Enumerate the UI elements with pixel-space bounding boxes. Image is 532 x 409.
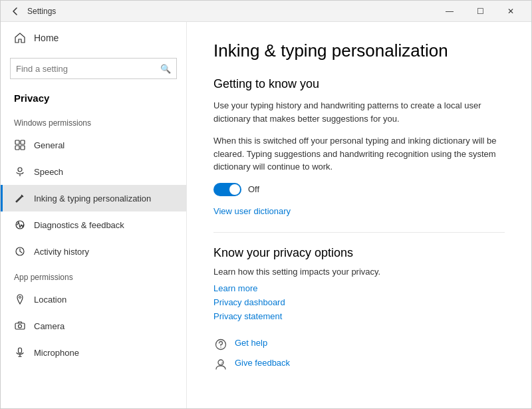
sidebar-item-activity[interactable]: Activity history xyxy=(1,238,186,265)
maximize-button[interactable]: ☐ xyxy=(465,1,495,22)
svg-point-15 xyxy=(220,346,221,347)
separator xyxy=(213,232,505,233)
svg-rect-3 xyxy=(21,146,25,150)
inking-icon xyxy=(14,192,26,204)
sidebar-item-inking[interactable]: Inking & typing personalization xyxy=(1,185,186,211)
windows-permissions-label: Windows permissions xyxy=(1,110,186,132)
close-button[interactable]: ✕ xyxy=(495,1,526,22)
home-label: Home xyxy=(34,33,59,43)
description2: When this is switched off your personal … xyxy=(213,134,505,174)
content-panel: Inking & typing personalization Getting … xyxy=(187,22,531,408)
search-box[interactable]: 🔍 xyxy=(10,58,177,79)
help-section: Get help Give feedback xyxy=(213,337,505,372)
sidebar-item-microphone[interactable]: Microphone xyxy=(1,339,186,366)
privacy-dashboard-link[interactable]: Privacy dashboard xyxy=(213,297,505,307)
back-button[interactable] xyxy=(6,2,25,21)
toggle-label: Off xyxy=(248,184,259,194)
section1-title: Getting to know you xyxy=(213,77,505,91)
microphone-icon xyxy=(14,346,26,358)
camera-icon xyxy=(14,320,26,332)
general-label: General xyxy=(34,140,65,150)
camera-label: Camera xyxy=(34,321,65,331)
get-help-item[interactable]: Get help xyxy=(213,337,505,352)
sidebar-item-general[interactable]: General xyxy=(1,132,186,158)
app-permissions-label: App permissions xyxy=(1,265,186,286)
titlebar-controls: — ☐ ✕ xyxy=(434,1,526,22)
location-label: Location xyxy=(34,295,66,305)
search-icon: 🔍 xyxy=(160,64,171,74)
svg-rect-11 xyxy=(19,348,22,353)
privacy-links: Learn more Privacy dashboard Privacy sta… xyxy=(213,283,505,324)
main-area: Home 🔍 Privacy Windows permissions xyxy=(1,22,531,408)
titlebar: Settings — ☐ ✕ xyxy=(1,1,531,22)
inking-label: Inking & typing personalization xyxy=(34,194,151,204)
sidebar-item-diagnostics[interactable]: Diagnostics & feedback xyxy=(1,211,186,238)
page-title: Inking & typing personalization xyxy=(213,41,505,61)
settings-window: Settings — ☐ ✕ Home 🔍 xyxy=(0,0,532,409)
titlebar-title: Settings xyxy=(27,7,434,16)
get-help-label[interactable]: Get help xyxy=(235,338,267,348)
minimize-button[interactable]: — xyxy=(434,1,465,22)
sidebar-item-speech[interactable]: Speech xyxy=(1,158,186,185)
sidebar-item-location[interactable]: Location xyxy=(1,286,186,313)
toggle-row: Off xyxy=(213,183,505,196)
inking-toggle[interactable] xyxy=(213,183,241,196)
give-feedback-item[interactable]: Give feedback xyxy=(213,357,505,372)
sidebar: Home 🔍 Privacy Windows permissions xyxy=(1,22,187,408)
privacy-section-label: Privacy xyxy=(1,88,186,110)
section2-title: Know your privacy options xyxy=(213,246,505,260)
learn-more-link[interactable]: Learn more xyxy=(213,283,505,293)
diagnostics-icon xyxy=(14,219,26,231)
activity-label: Activity history xyxy=(34,247,89,257)
get-help-icon xyxy=(213,337,228,352)
search-input[interactable] xyxy=(16,64,160,74)
general-icon xyxy=(14,139,26,151)
speech-icon xyxy=(14,166,26,178)
speech-label: Speech xyxy=(34,167,63,177)
home-icon xyxy=(14,32,26,44)
sidebar-item-camera[interactable]: Camera xyxy=(1,313,186,339)
activity-icon xyxy=(14,245,26,257)
svg-rect-9 xyxy=(15,323,25,329)
svg-point-8 xyxy=(19,297,21,299)
view-user-dictionary-link[interactable]: View user dictionary xyxy=(213,206,291,216)
give-feedback-icon xyxy=(213,357,228,372)
svg-point-10 xyxy=(19,325,22,328)
svg-point-4 xyxy=(18,168,22,172)
give-feedback-label[interactable]: Give feedback xyxy=(235,358,290,368)
description1: Use your typing history and handwriting … xyxy=(213,99,505,125)
privacy-statement-link[interactable]: Privacy statement xyxy=(213,311,505,321)
svg-rect-1 xyxy=(21,140,25,144)
svg-rect-0 xyxy=(15,140,19,144)
diagnostics-label: Diagnostics & feedback xyxy=(34,220,124,230)
svg-rect-2 xyxy=(15,146,19,150)
microphone-label: Microphone xyxy=(34,348,79,358)
know-description: Learn how this setting impacts your priv… xyxy=(213,267,505,277)
sidebar-item-home[interactable]: Home xyxy=(1,22,186,54)
location-icon xyxy=(14,293,26,305)
